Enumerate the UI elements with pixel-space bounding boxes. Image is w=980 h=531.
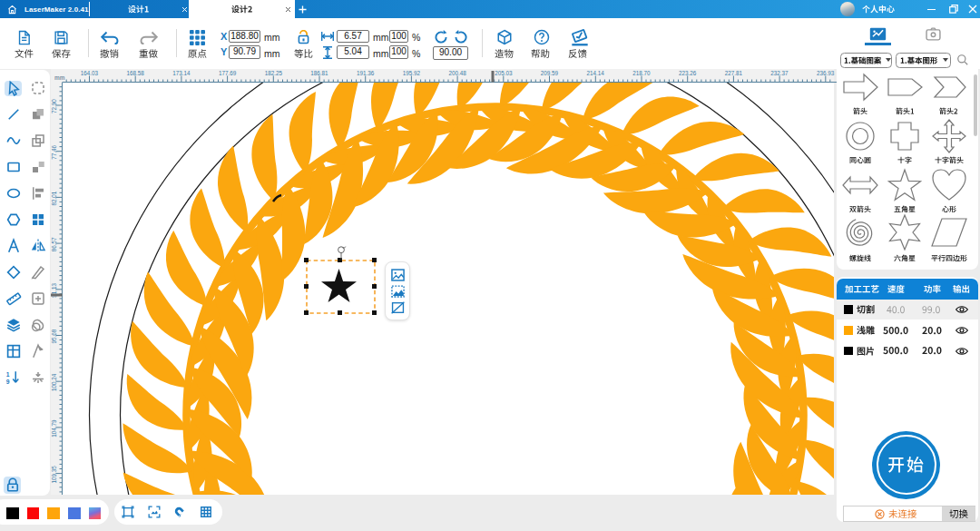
svg-text:mm: mm — [54, 74, 65, 81]
svg-text:95.68: 95.68 — [51, 329, 57, 343]
svg-text:82.01: 82.01 — [51, 191, 57, 205]
svg-text:232.37: 232.37 — [770, 70, 789, 76]
svg-text:182.25: 182.25 — [265, 70, 283, 76]
svg-text:164.03: 164.03 — [81, 70, 99, 76]
svg-text:168.58: 168.58 — [127, 70, 145, 76]
svg-text:173.14: 173.14 — [172, 70, 191, 76]
svg-text:209.59: 209.59 — [541, 70, 559, 76]
svg-text:195.92: 195.92 — [403, 70, 421, 76]
svg-text:236.93: 236.93 — [817, 70, 835, 76]
svg-text:205.03: 205.03 — [495, 70, 513, 76]
svg-text:200.48: 200.48 — [448, 70, 466, 76]
svg-text:191.36: 191.36 — [357, 70, 375, 76]
svg-text:77.46: 77.46 — [51, 144, 57, 159]
svg-text:86.57: 86.57 — [51, 236, 57, 251]
svg-text:109.35: 109.35 — [51, 465, 57, 483]
svg-text:1: 1 — [5, 371, 9, 378]
svg-text:186.81: 186.81 — [310, 70, 328, 76]
svg-text:104.79: 104.79 — [51, 418, 57, 437]
svg-text:72.90: 72.90 — [51, 98, 57, 113]
svg-text:223.26: 223.26 — [679, 70, 697, 76]
svg-text:218.70: 218.70 — [632, 70, 651, 76]
svg-text:9: 9 — [5, 379, 9, 385]
svg-text:214.14: 214.14 — [587, 70, 605, 76]
svg-text:227.81: 227.81 — [725, 70, 743, 76]
svg-text:177.69: 177.69 — [219, 70, 237, 76]
svg-text:100.24: 100.24 — [51, 373, 57, 391]
